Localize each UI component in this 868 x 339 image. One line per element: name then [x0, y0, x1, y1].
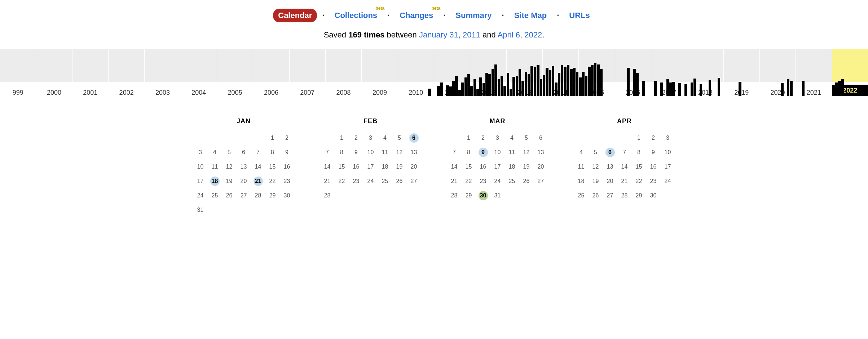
year-bars [362, 63, 397, 96]
year-bars [398, 63, 434, 96]
year-cell-2009[interactable]: 2009 [361, 49, 397, 96]
day: 1 [265, 131, 280, 144]
year-cell-2020[interactable]: 2020 [759, 49, 796, 96]
day: 7 [251, 146, 265, 159]
timeline-bar [525, 72, 527, 96]
timeline-bar [516, 76, 518, 96]
year-cell-2003[interactable]: 2003 [144, 49, 180, 96]
year-cell-2022[interactable]: 2022 [832, 49, 868, 96]
month-jan: JAN1234567891011121314151617181920212223… [193, 117, 294, 217]
year-cell-2017[interactable]: 2017 [651, 49, 687, 96]
year-cell-2011[interactable]: 2011 [434, 49, 470, 96]
tab-urls[interactable]: URLs [564, 9, 595, 22]
year-cell-2016[interactable]: 2016 [615, 49, 651, 96]
tab-changes[interactable]: Changesbeta [395, 9, 438, 22]
summary-start-date-link[interactable]: January 31, 2011 [419, 30, 480, 39]
year-bars [72, 63, 108, 96]
timeline-bar [591, 65, 594, 96]
tab-collections[interactable]: Collectionsbeta [330, 9, 383, 22]
timeline-bar [470, 86, 473, 96]
timeline-bar [507, 73, 509, 96]
day: 25 [574, 189, 589, 202]
summary-end-date-link[interactable]: April 6, 2022 [498, 30, 542, 39]
day: 3 [363, 131, 378, 144]
day-snapshot[interactable]: 6 [407, 131, 421, 144]
day: 27 [534, 175, 548, 188]
day: 14 [251, 160, 265, 173]
summary-suffix: . [542, 30, 544, 39]
year-cell-2010[interactable]: 2010 [398, 49, 434, 96]
month-mar: MAR1234567891011121314151617181920212223… [447, 117, 548, 217]
day: 17 [490, 160, 505, 173]
day: 15 [335, 160, 349, 173]
timeline-bar [492, 69, 494, 96]
year-bars [290, 63, 325, 96]
year-cell-2006[interactable]: 2006 [253, 49, 289, 96]
timeline-bar [585, 76, 587, 96]
day: 21 [617, 175, 632, 188]
year-cell-2002[interactable]: 2002 [108, 49, 144, 96]
day: 8 [632, 146, 646, 159]
day: 3 [661, 131, 675, 144]
timeline-bar [709, 80, 711, 96]
year-timeline[interactable]: 9992000200120022003200420052006200720082… [0, 49, 868, 96]
month-grid: 1234567891011121314151617181920212223242… [193, 131, 294, 217]
year-cell-2014[interactable]: 2014 [542, 49, 578, 96]
summary-between: between [384, 30, 419, 39]
day: 15 [265, 160, 280, 173]
beta-badge: beta [431, 6, 440, 11]
timeline-bar [666, 79, 669, 96]
year-bars [579, 63, 614, 96]
year-cell-2000[interactable]: 2000 [36, 49, 72, 96]
day-snapshot[interactable]: 30 [476, 189, 490, 202]
day: 19 [519, 160, 534, 173]
beta-badge: beta [375, 6, 384, 11]
timeline-bar [494, 64, 497, 96]
year-cell-999[interactable]: 999 [0, 49, 36, 96]
year-cell-2005[interactable]: 2005 [217, 49, 253, 96]
view-tabs: Calendar·Collectionsbeta·Changesbeta·Sum… [0, 0, 868, 26]
timeline-bar [841, 79, 844, 96]
tab-site-map[interactable]: Site Map [509, 9, 552, 22]
day: 12 [392, 146, 407, 159]
timeline-bar [546, 68, 548, 96]
day: 15 [632, 160, 646, 173]
timeline-bar [501, 76, 503, 96]
month-label: JAN [193, 117, 294, 125]
timeline-bar [437, 86, 440, 96]
day-snapshot[interactable]: 6 [603, 146, 617, 159]
day: 12 [222, 160, 237, 173]
year-bars [651, 63, 687, 96]
day: 20 [407, 160, 421, 173]
year-cell-2018[interactable]: 2018 [687, 49, 723, 96]
year-cell-2004[interactable]: 2004 [181, 49, 217, 96]
year-cell-2012[interactable]: 2012 [470, 49, 506, 96]
timeline-bar [573, 68, 576, 96]
tab-summary[interactable]: Summary [450, 9, 497, 22]
timeline-bar [521, 81, 524, 96]
year-bars [615, 63, 651, 96]
day: 12 [589, 160, 603, 173]
day-snapshot[interactable]: 18 [208, 175, 222, 188]
day-snapshot[interactable]: 21 [251, 175, 265, 188]
day: 22 [632, 175, 646, 188]
year-cell-2015[interactable]: 2015 [578, 49, 614, 96]
timeline-bar [543, 75, 545, 96]
year-cell-2019[interactable]: 2019 [723, 49, 759, 96]
year-bars [760, 63, 796, 96]
timeline-bar [510, 89, 512, 96]
day: 29 [462, 189, 476, 202]
tab-calendar[interactable]: Calendar [273, 9, 317, 22]
timeline-bar [549, 70, 551, 96]
year-cell-2013[interactable]: 2013 [506, 49, 542, 96]
year-cell-2021[interactable]: 2021 [796, 49, 832, 96]
day: 29 [265, 189, 280, 202]
timeline-bar [555, 82, 557, 96]
day: 16 [349, 160, 363, 173]
year-cell-2008[interactable]: 2008 [325, 49, 361, 96]
day: 26 [222, 189, 237, 202]
month-calendars: JAN1234567891011121314151617181920212223… [0, 96, 868, 224]
day-snapshot[interactable]: 9 [476, 146, 490, 159]
year-cell-2007[interactable]: 2007 [289, 49, 325, 96]
year-cell-2001[interactable]: 2001 [72, 49, 108, 96]
